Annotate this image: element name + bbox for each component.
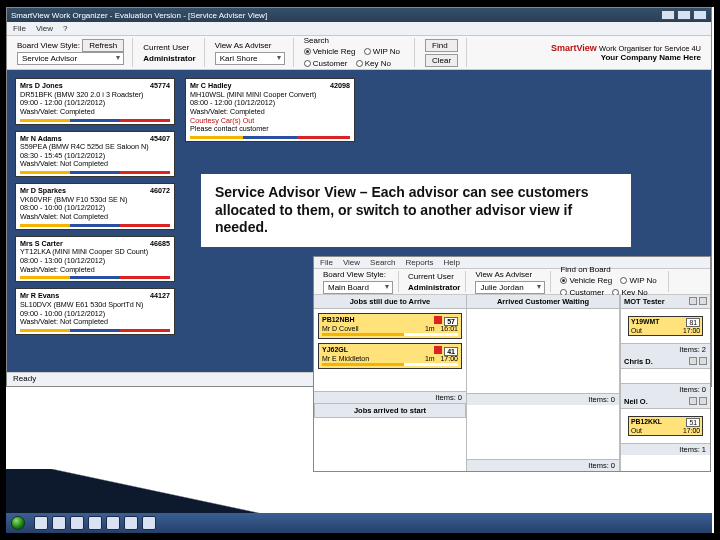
job-ticket[interactable]: Y19WMT81Out17:00 [628,316,703,336]
company-name: Your Company Name Here [473,53,701,62]
viewas-select[interactable]: Karl Shore [215,52,285,65]
tech-header: Neil O. [621,395,710,409]
col-due: Jobs still due to Arrive PB12NBH 57Mr D … [314,295,467,471]
tech-header: Chris D. [621,355,710,369]
find-button[interactable]: Find [425,39,458,52]
tech-header: MOT Tester [621,295,710,309]
inset-menu-view[interactable]: View [343,258,360,267]
curuser-label: Current User [143,43,195,52]
taskbar-app-icon[interactable] [70,516,84,530]
taskbar-app-icon[interactable] [34,516,48,530]
taskbar-app-icon[interactable] [142,516,156,530]
job-card[interactable]: Mr N Adams45407S59PEA (BMW R4C 525d SE S… [15,131,175,178]
tech-footer: Items: 1 [621,443,710,455]
search-label: Search [304,36,406,45]
tech-footer: Items: 0 [621,383,710,395]
window-controls [661,10,707,20]
job-ticket[interactable]: PB12NBH 57Mr D Covell1m 16:01 [318,313,462,339]
radio-customer[interactable]: Customer [304,59,348,68]
curuser-value: Administrator [143,54,195,63]
taskbar-app-icon[interactable] [106,516,120,530]
job-card[interactable]: Mr R Evans44127SL10DVX (BMW E61 530d Spo… [15,288,175,335]
tech-icon [699,357,707,365]
inset-toolbar: Board View Style: Main Board Current Use… [314,269,710,295]
min-button[interactable] [661,10,675,20]
col-waiting: Arrived Customer Waiting Items: 0 Items:… [467,295,620,471]
tech-icon [689,397,697,405]
windows-icon [11,516,25,530]
radio-key[interactable]: Key No [356,59,391,68]
tech-side: MOT TesterY19WMT81Out17:00Items: 2Chris … [620,295,710,471]
brand-name: SmartView [551,43,597,53]
job-card[interactable]: Mr D Sparkes46072VK60VRF (BMW F10 530d S… [15,183,175,230]
tech-icon [699,397,707,405]
tech-icon [689,357,697,365]
max-button[interactable] [677,10,691,20]
tech-icon [699,297,707,305]
tech-footer: Items: 2 [621,343,710,355]
inset-radio-vehicle[interactable]: Vehicle Reg [560,276,612,285]
taskbar [6,513,712,533]
radio-wip[interactable]: WIP No [364,47,400,56]
job-card[interactable]: Mrs S Carter46685YT12LKA (MINI MINI Coop… [15,236,175,283]
menu-file[interactable]: File [13,24,26,33]
brand-block: SmartView Work Organiser for Service 4U … [473,43,705,62]
taskbar-app-icon[interactable] [124,516,138,530]
inset-menu-reports[interactable]: Reports [405,258,433,267]
job-ticket[interactable]: YJ62GL 41Mr E Middleton1m 17:00 [318,343,462,369]
tech-icon [689,297,697,305]
taskbar-app-icon[interactable] [52,516,66,530]
job-ticket[interactable]: PB12KKL51Out17:00 [628,416,703,436]
inset-radio-wip[interactable]: WIP No [620,276,656,285]
title-bar: SmartView Work Organizer - Evaluation Ve… [7,8,711,22]
inset-window: File View Search Reports Help Board View… [313,256,711,472]
close-button[interactable] [693,10,707,20]
inset-menu-file[interactable]: File [320,258,333,267]
viewas-label: View As Adviser [215,41,285,50]
job-card[interactable]: Mrs D Jones45774DR51BFK (BMW 320 2.0 i 3… [15,78,175,125]
toolbar: Board View Style: Refresh Service Adviso… [7,36,711,70]
inset-viewstyle-select[interactable]: Main Board [323,281,393,294]
taskbar-app-icon[interactable] [88,516,102,530]
window-title: SmartView Work Organizer - Evaluation Ve… [11,11,267,20]
inset-viewas-select[interactable]: Julie Jordan [475,281,545,294]
radio-vehicle[interactable]: Vehicle Reg [304,47,356,56]
clear-button[interactable]: Clear [425,54,458,67]
menu-help[interactable]: ? [63,24,67,33]
job-card[interactable]: Mr C Hadley42098MH10WSL (MINI MINI Coope… [185,78,355,142]
menu-view[interactable]: View [36,24,53,33]
viewstyle-label: Board View Style: [17,41,80,50]
menu-bar: File View ? [7,22,711,36]
start-orb[interactable] [6,513,30,533]
viewstyle-select[interactable]: Service Advisor [17,52,124,65]
refresh-button[interactable]: Refresh [82,39,124,52]
inset-board: Jobs still due to Arrive PB12NBH 57Mr D … [314,295,710,471]
slide-caption: Service Advisor View – Each advisor can … [201,174,631,247]
inset-menu-search[interactable]: Search [370,258,395,267]
inset-menu-help[interactable]: Help [443,258,459,267]
